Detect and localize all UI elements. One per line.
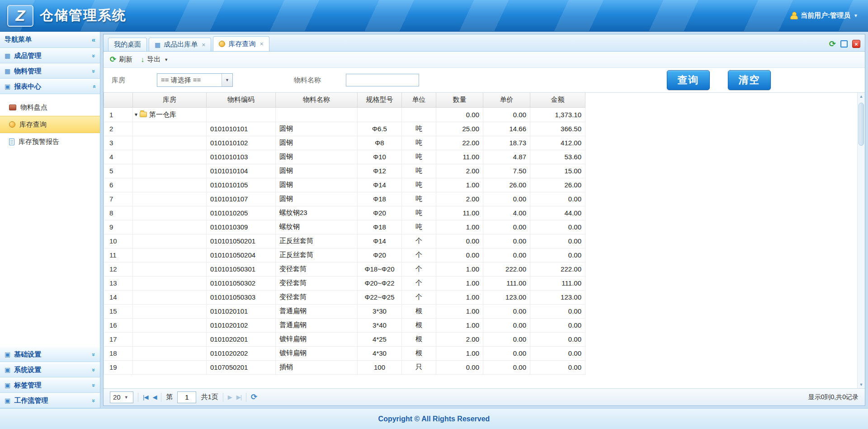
table-row[interactable]: 20101010101圆钢Φ6.5吨25.0014.66366.50 [104, 122, 585, 136]
table-row[interactable]: 80101010205螺纹钢23Φ20吨11.004.0044.00 [104, 206, 585, 220]
material-name-cell: 变径套筒 [276, 262, 358, 276]
amount-header[interactable]: 金额 [530, 93, 585, 107]
unit-price-cell: 123.00 [483, 290, 530, 304]
current-user-menu[interactable]: 当前用户:管理员 ▼ [790, 11, 858, 20]
sidebar-group-system-settings[interactable]: ▣ 系统设置 » [0, 362, 100, 377]
table-row[interactable]: 11010101050204正反丝套筒Φ20个0.000.000.00 [104, 248, 585, 262]
table-row[interactable]: 50101010104圆钢Φ12吨2.007.5015.00 [104, 164, 585, 178]
sidebar-group-materials[interactable]: ▦ 物料管理 » [0, 63, 100, 79]
table-row[interactable]: 30101010102圆钢Φ8吨22.0018.73412.00 [104, 136, 585, 150]
table-row[interactable]: 1▾第一仓库0.000.001,373.10 [104, 107, 585, 122]
scroll-down-icon[interactable]: ▼ [859, 382, 863, 387]
sidebar-item-inventory-query[interactable]: 库存查询 [0, 116, 100, 133]
export-button[interactable]: ↓ 导出 ▼ [141, 55, 168, 64]
spec-cell: Φ12 [358, 164, 402, 178]
sidebar-group-finished-products[interactable]: ▦ 成品管理 » [0, 48, 100, 63]
material-name-cell: 变径套筒 [276, 290, 358, 304]
warehouse-select[interactable]: == 请选择 == ▼ [157, 73, 233, 87]
material-name-header[interactable]: 物料名称 [276, 93, 358, 107]
quantity-header[interactable]: 数量 [436, 93, 483, 107]
row-number-header[interactable] [104, 93, 133, 107]
table-row[interactable]: 150101020101普通扁钢3*30根1.000.000.00 [104, 304, 585, 318]
clear-button[interactable]: 清空 [728, 70, 771, 90]
pager-refresh-icon[interactable]: ⟳ [251, 393, 257, 401]
tab-close-icon[interactable]: × [202, 41, 205, 48]
sidebar-group-label-management[interactable]: ▣ 标签管理 » [0, 377, 100, 393]
material-name-input[interactable] [346, 74, 419, 86]
tab-finished-outbound[interactable]: ▦ 成品出库单 × [149, 38, 211, 51]
panel-icon: ▣ [5, 83, 10, 90]
stocktake-icon [9, 105, 16, 110]
warehouse-cell [133, 360, 207, 374]
amount-cell: 0.00 [530, 220, 585, 234]
material-name-cell: 镀锌扁钢 [276, 346, 358, 360]
table-row[interactable]: 40101010103圆钢Φ10吨11.004.8753.60 [104, 150, 585, 164]
scrollbar-thumb[interactable] [859, 103, 864, 146]
warehouse-cell [133, 122, 207, 136]
refresh-button[interactable]: ⟳ 刷新 [110, 55, 132, 64]
first-page-button[interactable]: |◀ [143, 394, 148, 400]
tab-close-icon[interactable]: × [259, 40, 263, 48]
material-code-cell: 0101020201 [207, 332, 276, 346]
material-code-cell: 0107050201 [207, 360, 276, 374]
app-root: Z 仓储管理系统 当前用户:管理员 ▼ 导航菜单 « ▦ 成品管理 » ▦ 物料… [0, 0, 868, 429]
sidebar-group-workflow-management[interactable]: ▣ 工作流管理 » [0, 393, 100, 408]
quantity-cell: 1.00 [436, 318, 483, 332]
table-row[interactable]: 12010101050301变径套筒Φ18~Φ20个1.00222.00222.… [104, 262, 585, 276]
table-row[interactable]: 10010101050201正反丝套筒Φ14个0.000.000.00 [104, 234, 585, 248]
table-row[interactable]: 60101010105圆钢Φ14吨1.0026.0026.00 [104, 178, 585, 192]
material-code-cell: 010101050302 [207, 276, 276, 290]
unit-price-header[interactable]: 单价 [483, 93, 530, 107]
tree-expand-icon[interactable]: ▾ [135, 111, 137, 118]
unit-cell: 吨 [402, 178, 436, 192]
unit-price-cell: 14.66 [483, 122, 530, 136]
fullscreen-icon[interactable] [840, 40, 848, 48]
table-row[interactable]: 14010101050303变径套筒Φ22~Φ25个1.00123.00123.… [104, 290, 585, 304]
close-all-icon[interactable]: × [852, 40, 860, 48]
warehouse-header[interactable]: 库房 [133, 93, 207, 107]
warehouse-cell [133, 206, 207, 220]
search-button[interactable]: 查询 [667, 70, 710, 90]
refresh-icon: ⟳ [110, 56, 116, 63]
table-row[interactable]: 180101020202镀锌扁钢4*30根1.000.000.00 [104, 346, 585, 360]
sidebar-item-inventory-alert-report[interactable]: 库存预警报告 [0, 133, 100, 150]
amount-cell: 15.00 [530, 164, 585, 178]
sidebar-group-basic-settings[interactable]: ▣ 基础设置 » [0, 347, 100, 362]
page-number-input[interactable] [177, 391, 196, 403]
material-code-cell: 0101020102 [207, 318, 276, 332]
chevron-down-icon: ▼ [164, 57, 168, 62]
material-name-cell: 螺纹钢 [276, 220, 358, 234]
sidebar-collapse-icon[interactable]: « [92, 36, 95, 43]
next-page-button[interactable]: ▶ [228, 394, 232, 400]
pager-separator [246, 393, 246, 402]
sidebar-item-label: 库存查询 [19, 120, 47, 129]
last-page-button[interactable]: ▶| [236, 394, 241, 400]
unit-cell: 吨 [402, 206, 436, 220]
tab-inventory-query[interactable]: 库存查询 × [213, 36, 269, 51]
spec-cell: Φ18 [358, 192, 402, 206]
unit-header[interactable]: 单位 [402, 93, 436, 107]
table-row[interactable]: 13010101050302变径套筒Φ20~Φ22个1.00111.00111.… [104, 276, 585, 290]
chevron-up-icon: » [90, 85, 97, 88]
scroll-up-icon[interactable]: ▲ [859, 94, 863, 99]
spec-header[interactable]: 规格型号 [358, 93, 402, 107]
tab-my-desktop[interactable]: 我的桌面 [108, 38, 147, 51]
grid-toolbar: ⟳ 刷新 ↓ 导出 ▼ [104, 52, 865, 68]
table-row[interactable]: 160101020102普通扁钢3*40根1.000.000.00 [104, 318, 585, 332]
sidebar-item-material-stocktake[interactable]: 物料盘点 [0, 99, 100, 116]
material-code-cell: 010101050301 [207, 262, 276, 276]
filter-buttons: 查询 清空 [667, 70, 771, 90]
prev-page-button[interactable]: ◀ [152, 394, 156, 400]
page-size-select[interactable]: 20 ▼ [110, 391, 133, 403]
table-row[interactable]: 190107050201插销100只0.000.000.00 [104, 360, 585, 374]
material-code-header[interactable]: 物料编码 [207, 93, 276, 107]
sync-icon[interactable]: ⟳ [829, 40, 836, 48]
row-number-cell: 3 [104, 136, 133, 150]
table-row[interactable]: 170101020201镀锌扁钢4*25根2.000.000.00 [104, 332, 585, 346]
table-row[interactable]: 70101010107圆钢Φ18吨2.000.000.00 [104, 192, 585, 206]
table-row[interactable]: 90101010309螺纹钢Φ18吨1.000.000.00 [104, 220, 585, 234]
material-code-cell: 010101050204 [207, 248, 276, 262]
sidebar-group-report-center[interactable]: ▣ 报表中心 » [0, 79, 100, 94]
quantity-cell: 2.00 [436, 332, 483, 346]
material-code-cell: 0101010107 [207, 192, 276, 206]
